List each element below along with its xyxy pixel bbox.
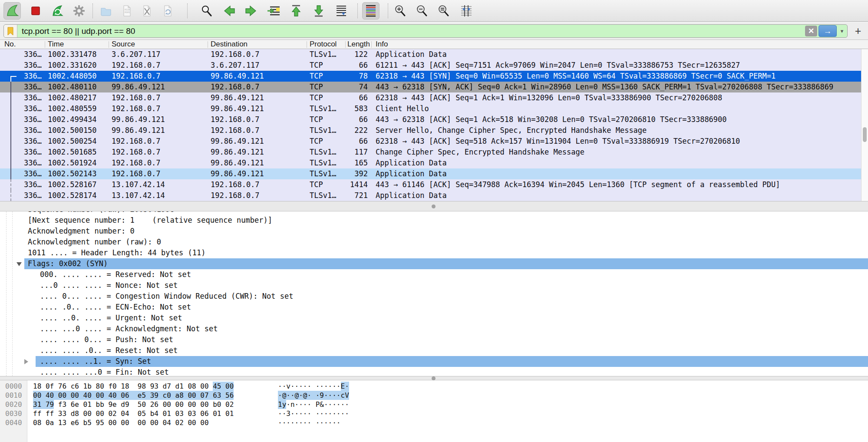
packet-row[interactable]: 336…1002.480217192.168.0.799.86.49.121TC… — [0, 92, 861, 103]
column-separator[interactable] — [45, 41, 45, 48]
ascii-column[interactable]: 1y·n···· P&······ — [278, 400, 349, 409]
find-packet-button[interactable] — [198, 2, 215, 20]
detail-line[interactable]: Acknowledgment number: 0 — [0, 226, 868, 237]
filter-add-button[interactable]: + — [852, 24, 864, 37]
packet-row[interactable]: 336…1002.501685192.168.0.799.86.49.121TL… — [0, 147, 861, 158]
column-separator[interactable] — [109, 41, 109, 48]
resize-columns-button[interactable] — [458, 2, 475, 20]
cell-no: 336… — [0, 60, 42, 71]
detail-line[interactable]: [Next sequence number: 1 (relative seque… — [0, 215, 868, 226]
hex-line[interactable]: 000018 0f 76 c6 1b 80 f0 18 98 93 d7 d1 … — [0, 382, 868, 391]
first-packet-button[interactable] — [287, 2, 305, 20]
detail-line[interactable]: Sequence number (raw): 2005041998 — [0, 211, 868, 215]
hex-offset: 0040 — [5, 418, 22, 427]
cell-src: 192.168.0.7 — [112, 168, 206, 179]
packet-row[interactable]: 336…1002.50015099.86.49.121192.168.0.7TL… — [0, 125, 861, 136]
column-separator[interactable] — [371, 41, 372, 48]
ascii-column[interactable]: ··v····· ······E· — [278, 382, 349, 391]
expand-arrow-icon[interactable] — [24, 359, 28, 364]
detail-line[interactable]: ...0 .... .... = Nonce: Not set — [0, 280, 868, 291]
packet-row[interactable]: 336…1002.500254192.168.0.799.86.49.121TC… — [0, 136, 861, 147]
detail-line[interactable]: Flags: 0x002 (SYN) — [0, 258, 868, 269]
zoom-out-button[interactable] — [413, 2, 431, 20]
hex-byte-group[interactable]: 18 0f 76 c6 1b 80 f0 18 98 93 d7 d1 08 0… — [33, 382, 234, 391]
restart-capture-button[interactable] — [49, 2, 66, 20]
capture-options-button[interactable] — [70, 2, 88, 20]
hex-line[interactable]: 002031 79 f3 6e 01 bb 9e d9 50 26 00 00 … — [0, 400, 868, 409]
zoom-reset-button[interactable] — [435, 2, 452, 20]
detail-line[interactable]: .... 0... .... = Congestion Window Reduc… — [0, 291, 868, 302]
packet-row[interactable]: 336…1002.502143192.168.0.799.86.49.121TL… — [0, 168, 861, 179]
hex-byte-group[interactable]: 08 0a 13 e6 b5 95 00 00 00 00 04 02 00 0… — [33, 418, 209, 427]
cell-info: Client Hello — [376, 103, 861, 114]
ascii-column[interactable]: ·@··@·@· ·9····cV — [278, 391, 349, 400]
detail-line[interactable]: 000. .... .... = Reserved: Not set — [0, 269, 868, 280]
auto-scroll-button[interactable] — [333, 2, 350, 20]
packet-row[interactable]: 336…1002.448050192.168.0.799.86.49.121TC… — [0, 71, 861, 82]
hex-byte-group[interactable]: ff ff 33 d8 00 00 02 04 05 b4 01 03 03 0… — [33, 409, 234, 418]
column-separator[interactable] — [208, 41, 208, 48]
ascii-column[interactable]: ··3····· ········ — [278, 409, 349, 418]
stop-capture-button[interactable] — [27, 2, 44, 20]
detail-line[interactable]: .... ..0. .... = Urgent: Not set — [0, 313, 868, 323]
column-header-destination[interactable]: Destination — [211, 40, 304, 49]
packet-row[interactable]: 336…1002.3314783.6.207.117192.168.0.7TLS… — [0, 49, 861, 60]
filter-expression-text[interactable]: tcp.port == 80 || udp.port == 80 — [17, 26, 805, 36]
packet-row[interactable]: 336…1002.331620192.168.0.73.6.207.117TCP… — [0, 60, 861, 71]
go-to-packet-button[interactable] — [265, 2, 282, 20]
next-packet-button[interactable] — [242, 2, 260, 20]
pane-splitter-bottom[interactable] — [0, 376, 868, 380]
packet-row[interactable]: 336…1002.480559192.168.0.799.86.49.121TL… — [0, 103, 861, 114]
collapse-arrow-icon[interactable] — [17, 262, 22, 266]
packet-row[interactable]: 336…1002.52817413.107.42.14192.168.0.7TL… — [0, 190, 861, 201]
scrollbar-thumb[interactable] — [863, 127, 867, 142]
detail-line[interactable]: .... .... ...0 = Fin: Not set — [0, 367, 868, 376]
hex-byte-group[interactable]: 31 79 f3 6e 01 bb 9e d9 50 26 00 00 00 0… — [33, 400, 234, 409]
display-filter-input[interactable]: tcp.port == 80 || udp.port == 80 ✕ → ▾ — [3, 24, 848, 38]
column-header-time[interactable]: Time — [48, 40, 106, 49]
packet-row[interactable]: 336…1002.501924192.168.0.799.86.49.121TL… — [0, 158, 861, 168]
filter-apply-button[interactable]: → — [818, 25, 837, 37]
packet-row[interactable]: 336…1002.52816713.107.42.14192.168.0.7TC… — [0, 179, 861, 190]
last-packet-button[interactable] — [310, 2, 327, 20]
packet-row[interactable]: 336…1002.49943499.86.49.121192.168.0.7TC… — [0, 114, 861, 125]
filter-bookmark-button[interactable] — [4, 25, 17, 37]
column-header-protocol[interactable]: Protocol — [310, 40, 343, 49]
ascii-column[interactable]: ········ ······ — [278, 418, 341, 427]
cell-len: 66 — [345, 92, 368, 103]
column-separator[interactable] — [345, 41, 346, 48]
hex-line[interactable]: 001000 40 00 00 40 00 40 06 e5 39 c0 a8 … — [0, 391, 868, 400]
start-capture-button[interactable] — [3, 2, 21, 20]
pane-splitter-top[interactable] — [0, 201, 868, 211]
column-header-info[interactable]: Info — [376, 40, 506, 49]
column-header-source[interactable]: Source — [112, 40, 205, 49]
close-file-button[interactable] — [138, 2, 155, 20]
packet-row[interactable]: 336…1002.48011099.86.49.121192.168.0.7TC… — [0, 82, 861, 92]
detail-text: .... .... .0.. = Reset: Not set — [40, 345, 178, 356]
save-file-button[interactable]: 01100101 — [118, 2, 135, 20]
column-header-no[interactable]: No. — [4, 40, 43, 49]
open-file-button[interactable] — [97, 2, 115, 20]
detail-line[interactable]: .... ...0 .... = Acknowledgment: Not set — [0, 323, 868, 334]
column-header-length[interactable]: Length — [347, 40, 370, 49]
reload-file-button[interactable] — [159, 2, 176, 20]
packet-list-scrollbar[interactable] — [861, 49, 868, 201]
filter-history-dropdown[interactable]: ▾ — [837, 28, 847, 34]
detail-line[interactable]: .... .... 0... = Push: Not set — [0, 334, 868, 345]
previous-packet-button[interactable] — [221, 2, 238, 20]
column-separator[interactable] — [307, 41, 307, 48]
colorize-packets-button[interactable] — [362, 2, 380, 20]
hex-line[interactable]: 004008 0a 13 e6 b5 95 00 00 00 00 04 02 … — [0, 418, 868, 427]
detail-line[interactable]: .... .... ..1. = Syn: Set — [0, 356, 868, 367]
hex-line[interactable]: 0030ff ff 33 d8 00 00 02 04 05 b4 01 03 … — [0, 409, 868, 418]
zoom-in-button[interactable] — [392, 2, 409, 20]
hex-byte-group[interactable]: 00 40 00 00 40 00 40 06 e5 39 c0 a8 00 0… — [33, 391, 234, 400]
detail-line[interactable]: 1011 .... = Header Length: 44 bytes (11) — [0, 247, 868, 258]
detail-line[interactable]: Acknowledgment number (raw): 0 — [0, 237, 868, 247]
detail-line[interactable]: .... .0.. .... = ECN-Echo: Not set — [0, 302, 868, 313]
cell-src: 13.107.42.14 — [112, 190, 206, 201]
auto-scroll-icon — [334, 4, 348, 18]
cell-len: 122 — [345, 49, 368, 60]
detail-line[interactable]: .... .... .0.. = Reset: Not set — [0, 345, 868, 356]
filter-clear-button[interactable]: ✕ — [805, 26, 817, 36]
